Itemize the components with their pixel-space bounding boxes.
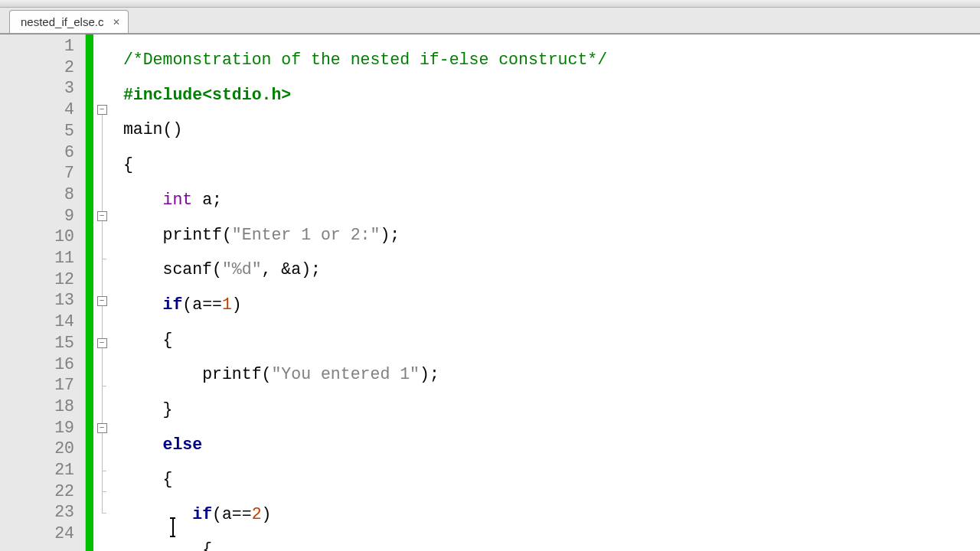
fn: main — [123, 120, 163, 139]
kw: if — [192, 505, 212, 523]
toolbar-strip — [0, 0, 980, 8]
fn: printf — [202, 365, 261, 383]
p: (a== — [182, 295, 222, 314]
tab-title: nested_if_else.c — [21, 15, 103, 28]
code-line[interactable]: /*Demonstration of the nested if-else co… — [113, 50, 980, 71]
line-number: 5 — [0, 121, 85, 142]
line-number: 12 — [0, 269, 85, 291]
code-line[interactable]: { — [113, 155, 980, 176]
code-line[interactable]: int a; — [113, 190, 980, 211]
code-line[interactable]: main() — [113, 119, 980, 141]
line-number: 3 — [0, 78, 85, 99]
code-line[interactable]: { — [113, 469, 980, 491]
code-line[interactable]: } — [113, 399, 980, 421]
brace: { — [163, 470, 173, 488]
brace: { — [202, 540, 212, 551]
brace: { — [163, 331, 173, 349]
line-number: 9 — [0, 206, 85, 227]
line-number: 19 — [0, 418, 85, 439]
rest: , &a); — [262, 260, 321, 279]
preprocessor: #include — [123, 86, 202, 104]
line-number: 11 — [0, 248, 85, 269]
num: 1 — [222, 295, 232, 314]
line-number: 16 — [0, 354, 85, 376]
code-line[interactable]: scanf("%d", &a); — [113, 259, 980, 281]
close-icon[interactable]: ✕ — [111, 17, 122, 28]
line-number: 15 — [0, 333, 85, 354]
line-number: 17 — [0, 375, 85, 396]
fold-toggle-icon[interactable]: − — [97, 423, 107, 433]
code-line[interactable]: if(a==2) — [113, 504, 980, 526]
fold-gutter: − − − − − — [93, 34, 110, 551]
line-number: 23 — [0, 502, 85, 523]
code-line[interactable]: if(a==1) — [113, 295, 980, 316]
p: ) — [262, 505, 272, 523]
fn: printf — [163, 226, 222, 244]
num: 2 — [252, 505, 262, 523]
code-line[interactable]: printf("Enter 1 or 2:"); — [113, 225, 980, 246]
str: "Enter 1 or 2:" — [232, 226, 381, 244]
brace: { — [123, 155, 133, 174]
fn: scanf — [163, 260, 213, 279]
line-number: 14 — [0, 311, 85, 333]
line-number: 21 — [0, 460, 85, 481]
code-line[interactable]: #include<stdio.h> — [113, 85, 980, 106]
str: "You entered 1" — [271, 365, 420, 383]
line-number: 13 — [0, 290, 85, 311]
line-number: 24 — [0, 523, 85, 545]
decl: a; — [192, 191, 222, 209]
fold-toggle-icon[interactable]: − — [97, 105, 107, 115]
line-number: 1 — [0, 36, 85, 57]
fold-toggle-icon[interactable]: − — [97, 211, 107, 221]
code-area[interactable]: /*Demonstration of the nested if-else co… — [110, 34, 980, 551]
type: int — [163, 191, 193, 209]
p: ) — [232, 295, 242, 314]
fold-toggle-icon[interactable]: − — [97, 296, 107, 306]
brace: } — [163, 400, 173, 419]
line-number: 6 — [0, 142, 85, 164]
line-number: 2 — [0, 57, 85, 79]
p: ( — [212, 260, 222, 279]
p: (a== — [212, 505, 252, 523]
p: ( — [262, 365, 272, 383]
kw: if — [163, 295, 183, 314]
code-line[interactable]: { — [113, 330, 980, 351]
paren: () — [163, 120, 183, 139]
header: <stdio.h> — [202, 86, 291, 104]
line-number: 7 — [0, 163, 85, 184]
kw: else — [163, 435, 203, 454]
line-number: 8 — [0, 184, 85, 206]
fold-toggle-icon[interactable]: − — [97, 338, 107, 348]
line-number: 18 — [0, 396, 85, 418]
line-number: 22 — [0, 481, 85, 503]
p: ); — [420, 365, 439, 383]
editor: 1 2 3 4 5 6 7 8 9 10 11 12 13 14 15 16 1… — [0, 34, 980, 551]
line-number: 10 — [0, 227, 85, 248]
code-line[interactable]: printf("You entered 1"); — [113, 364, 980, 386]
change-indicator — [86, 34, 93, 551]
code-line[interactable]: { — [113, 540, 980, 551]
line-number: 4 — [0, 99, 85, 121]
file-tab[interactable]: nested_if_else.c ✕ — [9, 10, 129, 33]
code-line[interactable]: else — [113, 435, 980, 456]
tab-bar: nested_if_else.c ✕ — [0, 8, 980, 34]
comment-text: /*Demonstration of the nested if-else co… — [123, 51, 607, 69]
p: ( — [222, 226, 232, 244]
line-number-gutter: 1 2 3 4 5 6 7 8 9 10 11 12 13 14 15 16 1… — [0, 34, 86, 551]
str: "%d" — [222, 260, 262, 279]
line-number: 20 — [0, 439, 85, 460]
p: ); — [380, 226, 400, 244]
